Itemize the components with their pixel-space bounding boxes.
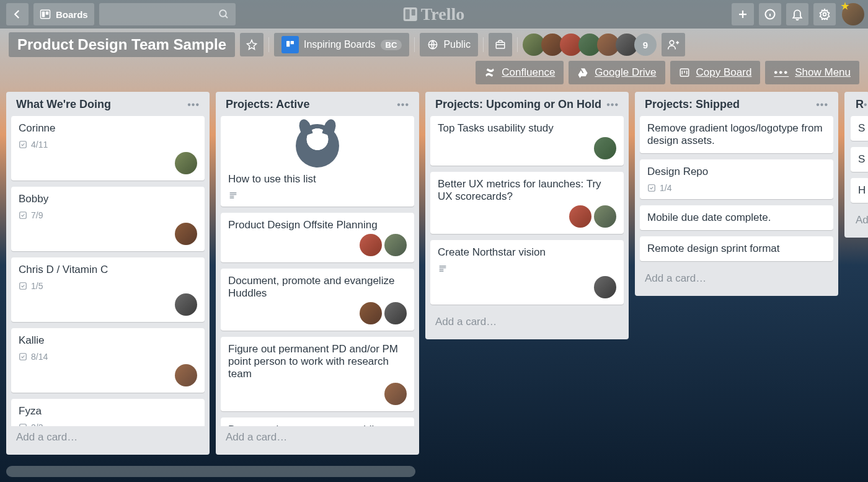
- search-icon: [218, 9, 229, 20]
- card[interactable]: Corinne4/11: [11, 116, 205, 181]
- card-title: Product Design Offsite Planning: [228, 219, 407, 231]
- card[interactable]: Documenting patterns on mobile: [221, 417, 414, 426]
- boards-button[interactable]: Boards: [33, 3, 94, 25]
- list-menu-button[interactable]: •••: [864, 99, 868, 110]
- add-card-button[interactable]: Add a card…: [430, 311, 624, 333]
- copy-board-button[interactable]: Copy Board: [670, 61, 761, 84]
- card[interactable]: Top Tasks usability study: [430, 116, 624, 166]
- list-title[interactable]: What We're Doing: [16, 98, 111, 111]
- archive-button[interactable]: [489, 33, 512, 56]
- card[interactable]: Bobby7/9: [11, 187, 205, 251]
- list-menu-button[interactable]: •••: [187, 99, 200, 110]
- list-menu-button[interactable]: •••: [397, 99, 409, 110]
- notifications-button[interactable]: [786, 3, 808, 25]
- list-title[interactable]: R: [856, 98, 864, 111]
- list-title[interactable]: Projects: Shipped: [645, 98, 740, 111]
- card[interactable]: Chris D / Vitamin C1/5: [11, 257, 205, 322]
- card[interactable]: Remove gradient logos/logotype from desi…: [640, 116, 833, 153]
- card-members: [19, 223, 197, 245]
- add-card-button[interactable]: Add a card…: [640, 267, 833, 290]
- back-button[interactable]: [6, 3, 29, 25]
- list-menu-button[interactable]: •••: [816, 99, 828, 110]
- visibility-button[interactable]: Public: [420, 33, 478, 56]
- card[interactable]: Better UX metrics for launches: Try UX s…: [430, 172, 624, 234]
- profile-avatar[interactable]: [842, 3, 864, 25]
- card-title: S: [858, 153, 862, 166]
- card-member-avatar[interactable]: [384, 234, 407, 256]
- star-button[interactable]: [240, 33, 264, 56]
- board-title[interactable]: Product Design Team Sample: [9, 32, 235, 57]
- checklist-icon: [19, 140, 27, 149]
- add-card-button[interactable]: Add a card…: [221, 426, 414, 449]
- add-member-button[interactable]: [662, 33, 685, 56]
- app-logo[interactable]: Trello: [404, 4, 465, 24]
- card[interactable]: Create Northstar vision: [430, 240, 624, 305]
- card-members: [19, 293, 197, 316]
- plus-icon: [737, 9, 748, 20]
- list-title[interactable]: Projects: Active: [226, 98, 309, 111]
- card-title: Better UX metrics for launches: Try UX s…: [438, 178, 616, 203]
- card[interactable]: Remote design sprint format: [640, 236, 833, 261]
- svg-point-5: [823, 13, 826, 16]
- card-member-avatar[interactable]: [384, 383, 407, 405]
- globe-icon: [427, 39, 438, 50]
- card-members: [228, 234, 407, 256]
- card-member-avatar[interactable]: [384, 302, 407, 324]
- card-members: [438, 137, 616, 159]
- show-menu-label: Show Menu: [795, 66, 851, 79]
- add-card-button[interactable]: Ad: [851, 209, 868, 231]
- member-overflow[interactable]: 9: [634, 33, 657, 56]
- list-title[interactable]: Projects: Upcoming or On Hold: [435, 98, 601, 111]
- card[interactable]: S: [851, 116, 868, 141]
- top-nav: Boards Trello: [0, 0, 868, 29]
- card-badges: [438, 264, 616, 274]
- checklist-icon: [19, 423, 27, 426]
- card-member-avatar[interactable]: [175, 223, 197, 245]
- org-tag: BC: [381, 40, 402, 50]
- card-member-avatar[interactable]: [360, 302, 382, 324]
- confluence-button[interactable]: Confluence: [476, 61, 564, 84]
- gdrive-button[interactable]: Google Drive: [569, 61, 665, 84]
- card[interactable]: Fyza2/3: [11, 399, 205, 426]
- svg-rect-9: [496, 42, 505, 48]
- card[interactable]: Document, promote and evangelize Huddles: [221, 269, 414, 331]
- card[interactable]: Design Repo1/4: [640, 159, 833, 199]
- card-member-avatar[interactable]: [175, 293, 197, 316]
- card-member-avatar[interactable]: [594, 205, 616, 228]
- horizontal-scrollbar[interactable]: [6, 466, 415, 477]
- card-member-avatar[interactable]: [360, 234, 382, 256]
- svg-rect-2: [46, 12, 49, 15]
- card[interactable]: Mobile due date complete.: [640, 205, 833, 230]
- list: Projects: Shipped•••Remove gradient logo…: [635, 92, 838, 296]
- svg-rect-16: [20, 424, 27, 426]
- list-menu-button[interactable]: •••: [606, 99, 619, 110]
- settings-button[interactable]: [813, 3, 836, 25]
- card-member-avatar[interactable]: [175, 364, 197, 386]
- create-button[interactable]: [732, 3, 754, 25]
- show-menu-button[interactable]: ••• Show Menu: [765, 61, 859, 84]
- svg-point-3: [219, 10, 226, 17]
- bell-icon: [791, 8, 804, 20]
- card[interactable]: Figure out permanent PD and/or PM point …: [221, 337, 414, 411]
- card-title: Documenting patterns on mobile: [228, 424, 407, 426]
- card[interactable]: Kallie8/14: [11, 328, 205, 393]
- card-members: [438, 276, 616, 298]
- card-title: Corinne: [19, 122, 197, 135]
- card[interactable]: Product Design Offsite Planning: [221, 213, 414, 262]
- card-member-avatar[interactable]: [175, 152, 197, 174]
- card-member-avatar[interactable]: [594, 137, 616, 159]
- card[interactable]: H: [851, 178, 868, 203]
- card-badges: 7/9: [19, 210, 197, 220]
- card-title: Create Northstar vision: [438, 246, 616, 259]
- info-button[interactable]: [759, 3, 781, 25]
- board-canvas[interactable]: What We're Doing•••Corinne4/11Bobby7/9Ch…: [0, 89, 868, 457]
- search-input[interactable]: [99, 3, 236, 25]
- card[interactable]: How to use this list: [221, 116, 414, 207]
- add-card-button[interactable]: Add a card…: [11, 426, 205, 449]
- card[interactable]: S: [851, 147, 868, 172]
- organization-button[interactable]: Inspiring Boards BC: [274, 33, 409, 56]
- card-member-avatar[interactable]: [594, 276, 616, 298]
- svg-rect-14: [20, 283, 27, 290]
- husky-icon: [296, 124, 339, 167]
- card-member-avatar[interactable]: [569, 205, 591, 228]
